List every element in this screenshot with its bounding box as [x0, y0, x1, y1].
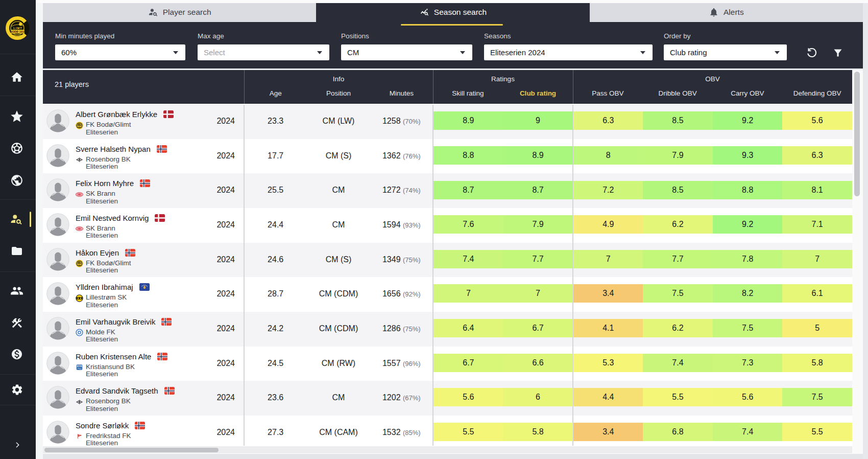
svg-text:KBK: KBK [78, 365, 82, 368]
svg-text:LIMT: LIMT [13, 27, 22, 30]
svg-text:BODØ 1916: BODØ 1916 [10, 30, 26, 33]
